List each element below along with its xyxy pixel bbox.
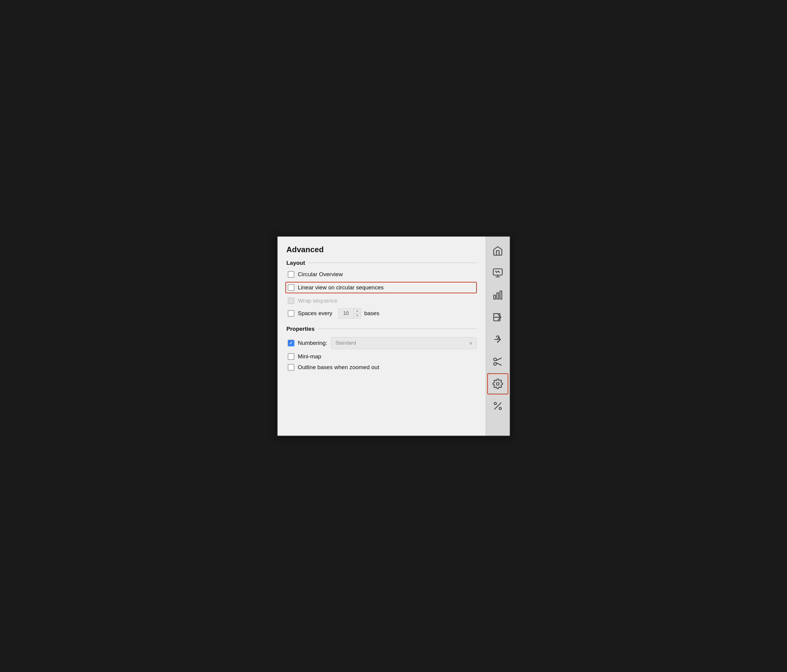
layout-section: Layout Circular Overview Linear view on … (286, 260, 477, 319)
circular-overview-label: Circular Overview (298, 271, 343, 278)
svg-point-11 (499, 407, 502, 410)
outline-bases-label: Outline bases when zoomed out (298, 364, 379, 371)
mini-map-label: Mini-map (298, 353, 321, 360)
svg-rect-2 (497, 293, 499, 299)
screenshot-container: Advanced Layout Circular Overview Linear… (277, 236, 510, 437)
numbering-dropdown-value: Standard (335, 340, 356, 346)
sidebar-icon-presentation[interactable] (487, 262, 508, 283)
circular-overview-checkbox[interactable] (288, 271, 294, 278)
spaces-every-spinner[interactable]: 10 ▲ ▼ (338, 308, 361, 319)
percent-icon (492, 401, 503, 412)
spaces-every-row: Spaces every 10 ▲ ▼ bases (286, 308, 477, 319)
svg-rect-1 (494, 295, 496, 299)
spaces-every-label: Spaces every (298, 310, 332, 317)
layout-section-header: Layout (286, 260, 477, 266)
sidebar-icon-settings[interactable] (487, 373, 508, 394)
outline-bases-row: Outline bases when zoomed out (286, 364, 477, 371)
export-icon (492, 312, 503, 323)
linear-view-checkbox[interactable] (288, 284, 294, 291)
numbering-row: Numbering: Standard ∨ (286, 337, 477, 349)
chevron-down-icon: ∨ (469, 341, 472, 345)
svg-line-9 (495, 403, 501, 409)
mini-map-checkbox[interactable] (288, 353, 294, 360)
panel-title: Advanced (286, 245, 477, 254)
spinner-down-button[interactable]: ▼ (354, 313, 361, 318)
sidebar-icon-home[interactable] (487, 240, 508, 261)
right-sidebar (486, 237, 510, 436)
properties-section-header: Properties (286, 326, 477, 332)
scissors-icon (492, 356, 503, 367)
wrap-sequence-label: Wrap sequence (298, 298, 338, 304)
mini-map-row: Mini-map (286, 353, 477, 360)
outline-bases-checkbox[interactable] (288, 364, 294, 371)
linear-view-row: Linear view on circular sequences (285, 282, 477, 293)
numbering-dropdown[interactable]: Standard ∨ (331, 337, 477, 349)
home-icon (492, 245, 503, 256)
svg-point-10 (494, 402, 496, 405)
spinner-value: 10 (338, 308, 354, 319)
chart-icon (492, 290, 503, 300)
gear-icon (492, 379, 503, 389)
wrap-sequence-checkbox[interactable] (288, 298, 294, 304)
svg-rect-3 (500, 291, 502, 299)
presentation-icon (492, 268, 503, 278)
layout-section-title: Layout (286, 260, 305, 266)
linear-view-label: Linear view on circular sequences (298, 284, 384, 291)
sidebar-icon-percent[interactable] (487, 396, 508, 416)
numbering-label: Numbering: (298, 340, 327, 346)
sidebar-icon-scissors[interactable] (487, 351, 508, 372)
sidebar-icon-chart[interactable] (487, 285, 508, 306)
numbering-checkbox[interactable] (288, 340, 294, 346)
svg-point-5 (498, 342, 498, 342)
sidebar-icon-export[interactable] (487, 307, 508, 328)
properties-section-title: Properties (286, 326, 315, 332)
spaces-every-suffix: bases (364, 310, 379, 317)
layout-section-line (308, 263, 477, 263)
spaces-every-checkbox[interactable] (288, 310, 294, 317)
spinner-arrows[interactable]: ▲ ▼ (354, 308, 361, 319)
question-export-icon (492, 334, 503, 345)
main-panel: Advanced Layout Circular Overview Linear… (278, 237, 486, 436)
circular-overview-row: Circular Overview (286, 271, 477, 278)
wrap-sequence-row: Wrap sequence (286, 298, 477, 304)
properties-section: Properties Numbering: Standard ∨ Mini-ma… (286, 326, 477, 371)
sidebar-icon-unknown-export[interactable] (487, 329, 508, 350)
svg-point-8 (496, 382, 499, 385)
spinner-up-button[interactable]: ▲ (354, 309, 361, 314)
